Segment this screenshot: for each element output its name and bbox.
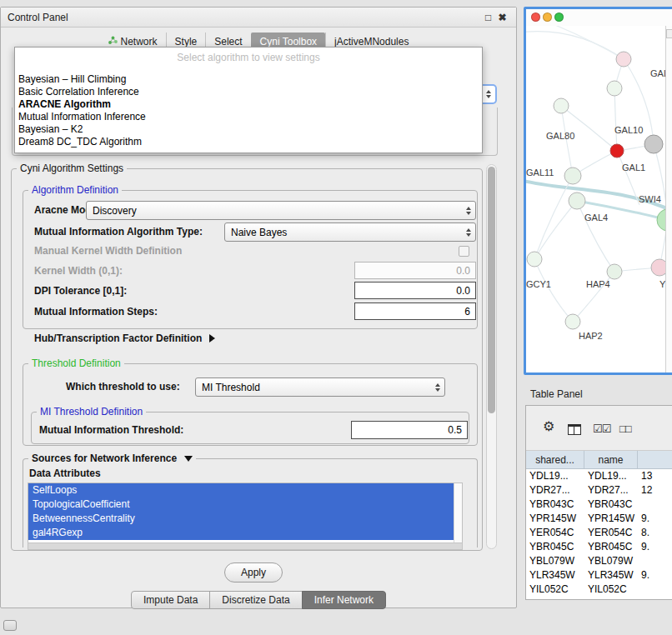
table-cell: YBL079W bbox=[584, 554, 638, 568]
bottom-tabs: Impute DataDiscretize DataInfer Network bbox=[1, 591, 516, 609]
table-row[interactable]: YPR145WYPR145W9. bbox=[526, 512, 672, 526]
table-cell: YER054C bbox=[584, 526, 638, 540]
settings-scrollbar-thumb[interactable] bbox=[488, 167, 495, 413]
table-row[interactable]: YER054CYER054C8. bbox=[526, 526, 672, 540]
control-panel-title: Control Panel bbox=[8, 12, 481, 23]
network-node[interactable] bbox=[565, 314, 580, 329]
sources-title: Sources for Network Inference bbox=[32, 452, 177, 464]
columns-icon-glyph bbox=[568, 424, 581, 435]
network-node[interactable] bbox=[644, 135, 663, 153]
column-header-extra[interactable] bbox=[638, 451, 672, 468]
tab-label: Select bbox=[214, 36, 242, 48]
algorithm-option-basic-correlation-inference[interactable]: Basic Correlation Inference bbox=[15, 86, 482, 98]
mi-algorithm-type-value: Naive Bayes bbox=[231, 227, 462, 238]
unchecked-columns-icon[interactable]: □□ bbox=[619, 422, 631, 435]
mi-steps-field[interactable]: 6 bbox=[354, 302, 476, 320]
hub-transcription-factor-section[interactable]: Hub/Transcription Factor Definition bbox=[34, 332, 215, 344]
close-window-icon[interactable]: ✖ bbox=[495, 12, 509, 23]
table-cell: YBL079W bbox=[526, 554, 584, 568]
manual-kernel-width-checkbox[interactable] bbox=[459, 246, 469, 257]
columns-icon[interactable] bbox=[568, 423, 581, 438]
table-row[interactable]: YDR27...YDR27...12 bbox=[526, 483, 672, 498]
algorithm-dropdown-popup: Select algorithm to view settings Bayesi… bbox=[14, 47, 483, 153]
panel-dock-icon[interactable] bbox=[3, 620, 17, 631]
table-cell: YLR345W bbox=[584, 568, 638, 582]
combo-arrows-icon bbox=[462, 228, 475, 237]
network-node[interactable] bbox=[616, 52, 631, 67]
table-row[interactable]: YBR043CYBR043C bbox=[526, 498, 672, 512]
algorithm-options: Bayesian – Hill ClimbingBasic Correlatio… bbox=[15, 73, 482, 148]
data-attributes-items: SelfLoopsTopologicalCoefficientBetweenne… bbox=[28, 483, 454, 543]
network-canvas[interactable]: GALGAL80GAL10GAL11GAL1SWI4GAL4GCY1HAP4YH… bbox=[526, 26, 665, 372]
zoom-traffic-light-icon[interactable] bbox=[554, 12, 564, 22]
network-node[interactable] bbox=[554, 98, 569, 113]
table-cell: 13 bbox=[638, 469, 672, 483]
table-row[interactable]: YDL19...YDL19...13 bbox=[526, 469, 672, 483]
bottom-tab-infer-network[interactable]: Infer Network bbox=[302, 591, 386, 609]
table-row[interactable]: YIL052CYIL052C bbox=[526, 582, 672, 597]
attribute-item-topologicalcoefficient[interactable]: TopologicalCoefficient bbox=[28, 498, 454, 512]
gear-icon[interactable]: ⚙ bbox=[543, 418, 554, 434]
dpi-tolerance-field[interactable]: 0.0 bbox=[354, 282, 476, 299]
network-node[interactable] bbox=[657, 209, 665, 231]
network-scrollbar-box[interactable] bbox=[666, 29, 672, 38]
table-cell: 12 bbox=[638, 483, 672, 498]
data-attributes-list: SelfLoopsTopologicalCoefficientBetweenne… bbox=[28, 482, 463, 544]
algorithm-combo-partial[interactable] bbox=[482, 84, 497, 104]
algorithm-option-aracne-algorithm[interactable]: ARACNE Algorithm bbox=[15, 98, 482, 111]
column-header-shared-[interactable]: shared... bbox=[526, 451, 584, 468]
float-window-icon[interactable]: □ bbox=[481, 12, 495, 23]
mi-threshold-field[interactable]: 0.5 bbox=[351, 421, 468, 439]
network-node[interactable] bbox=[564, 168, 581, 184]
attribute-item-betweennesscentrality[interactable]: BetweennessCentrality bbox=[28, 512, 454, 526]
table-cell: YBR045C bbox=[584, 540, 638, 554]
algorithm-option-bayesian-k2[interactable]: Bayesian – K2 bbox=[15, 123, 482, 136]
node-label: GAL1 bbox=[622, 162, 645, 172]
table-panel-window: ⚙☑☑□□ shared...name YDL19...YDL19...13YD… bbox=[525, 405, 672, 600]
tab-label: jActiveMNodules bbox=[334, 36, 409, 48]
network-node[interactable] bbox=[569, 192, 585, 209]
mi-algorithm-type-combo[interactable]: Naive Bayes bbox=[224, 222, 476, 242]
tab-label: Network bbox=[121, 36, 158, 48]
network-icon bbox=[108, 36, 118, 48]
network-edge bbox=[561, 106, 573, 176]
combo-arrows-icon bbox=[462, 207, 475, 215]
attributes-horizontal-scrollbar[interactable] bbox=[28, 542, 463, 550]
network-node[interactable] bbox=[607, 81, 622, 96]
settings-scrollbar-track[interactable] bbox=[486, 164, 497, 549]
attributes-vertical-scrollbar[interactable] bbox=[454, 483, 462, 543]
table-cell: YDR27... bbox=[584, 483, 638, 498]
which-threshold-combo[interactable]: MI Threshold bbox=[195, 378, 445, 397]
network-node[interactable] bbox=[607, 264, 622, 279]
table-cell bbox=[638, 498, 672, 512]
aracne-mode-value: Discovery bbox=[93, 205, 462, 217]
mi-steps-label: Mutual Information Steps: bbox=[34, 306, 158, 318]
network-node[interactable] bbox=[527, 252, 542, 267]
apply-button[interactable]: Apply bbox=[224, 562, 283, 582]
table-row[interactable]: YBR045CYBR045C9. bbox=[526, 540, 672, 554]
aracne-mode-combo[interactable]: Discovery bbox=[86, 201, 476, 220]
table-toolbar: ⚙☑☑□□ bbox=[526, 406, 672, 451]
column-header-name[interactable]: name bbox=[584, 451, 638, 468]
which-threshold-value: MI Threshold bbox=[202, 382, 431, 393]
bottom-tab-discretize-data[interactable]: Discretize Data bbox=[209, 591, 302, 609]
sources-title-row[interactable]: Sources for Network Inference bbox=[28, 452, 196, 464]
kernel-width-field[interactable]: 0.0 bbox=[354, 262, 476, 279]
network-node[interactable] bbox=[610, 144, 624, 158]
attribute-item-selfloops[interactable]: SelfLoops bbox=[28, 483, 454, 498]
manual-kernel-width-label: Manual Kernel Width Definition bbox=[34, 245, 182, 257]
table-row[interactable]: YLR345WYLR345W9. bbox=[526, 568, 672, 582]
attribute-item-gal4rgexp[interactable]: gal4RGexp bbox=[28, 526, 454, 540]
table-cell: YIL052C bbox=[584, 582, 638, 597]
minimize-traffic-light-icon[interactable] bbox=[543, 12, 552, 22]
close-traffic-light-icon[interactable] bbox=[531, 12, 540, 22]
checked-columns-icon[interactable]: ☑☑ bbox=[593, 422, 610, 435]
algorithm-option-bayesian-hill-climbing[interactable]: Bayesian – Hill Climbing bbox=[15, 73, 482, 86]
algorithm-option-mutual-information-inference[interactable]: Mutual Information Inference bbox=[15, 111, 482, 123]
mi-algorithm-type-label: Mutual Information Algorithm Type: bbox=[34, 226, 203, 238]
network-vertical-scrollbar[interactable] bbox=[665, 26, 672, 372]
algorithm-option-dream8-dc-tdc-algorithm[interactable]: Dream8 DC_TDC Algorithm bbox=[15, 136, 482, 148]
network-node[interactable] bbox=[651, 259, 665, 276]
table-row[interactable]: YBL079WYBL079W bbox=[526, 554, 672, 568]
bottom-tab-impute-data[interactable]: Impute Data bbox=[131, 591, 210, 609]
